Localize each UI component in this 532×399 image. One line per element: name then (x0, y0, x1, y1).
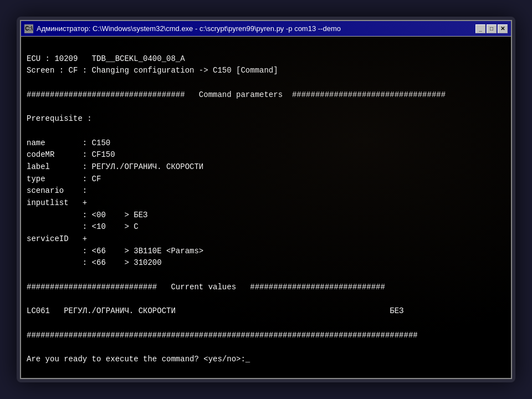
close-button[interactable]: ✕ (498, 24, 508, 33)
console-area: ECU : 10209 TDB__BCEKL_0400_08_A Screen … (21, 37, 511, 378)
type-param: type : CF (27, 175, 101, 183)
minimize-button[interactable]: _ (475, 24, 485, 33)
window-icon: C:\ (24, 24, 33, 33)
monitor-frame: C:\ Администратор: C:\Windows\system32\c… (17, 17, 515, 382)
codemr-param: codeMR : CF150 (27, 150, 115, 159)
input-item1: : <00 > БЕЗ (27, 211, 147, 219)
serviceid-param: serviceID + (27, 234, 87, 243)
screen-line: Screen : CF : Changing configuration -> … (27, 66, 278, 75)
blank7 (27, 342, 31, 351)
blank3 (27, 126, 31, 135)
service-item2: : <66 > 310200 (27, 258, 162, 267)
title-bar: C:\ Администратор: C:\Windows\system32\c… (21, 21, 511, 37)
ecu-line: ECU : 10209 TDB__BCEKL_0400_08_A (27, 54, 185, 63)
title-bar-buttons: _ □ ✕ (475, 24, 508, 33)
scenario-param: scenario : (27, 186, 87, 195)
label-param: label : РЕГУЛ./ОГРАНИЧ. СКОРОСТИ (27, 162, 203, 171)
title-bar-text: Администратор: C:\Windows\system32\cmd.e… (37, 24, 475, 33)
lco-line: LC061 РЕГУЛ./ОГРАНИЧ. СКОРОСТИ БЕЗ (27, 306, 404, 315)
inputlist-param: inputlist + (27, 198, 87, 207)
window-frame: C:\ Администратор: C:\Windows\system32\c… (20, 20, 512, 379)
name-param: name : C150 (27, 139, 110, 147)
blank4 (27, 270, 31, 279)
hash-current-line: ############################ Current val… (27, 283, 385, 291)
blank1 (27, 78, 31, 87)
blank6 (27, 319, 31, 328)
blank2 (27, 102, 31, 111)
console-output: ECU : 10209 TDB__BCEKL_0400_08_A Screen … (27, 41, 505, 377)
hash-cmd-line: ################################## Comma… (27, 90, 446, 99)
hash-bottom-line: ########################################… (27, 331, 418, 340)
blank5 (27, 294, 31, 303)
ready-prompt[interactable]: Are you ready to execute the command? <y… (27, 355, 250, 364)
maximize-button[interactable]: □ (487, 24, 497, 33)
service-item1: : <66 > 3B110E <Params> (27, 247, 203, 255)
input-item2: : <10 > С (27, 222, 139, 231)
prereq-line: Prerequisite : (27, 114, 92, 123)
